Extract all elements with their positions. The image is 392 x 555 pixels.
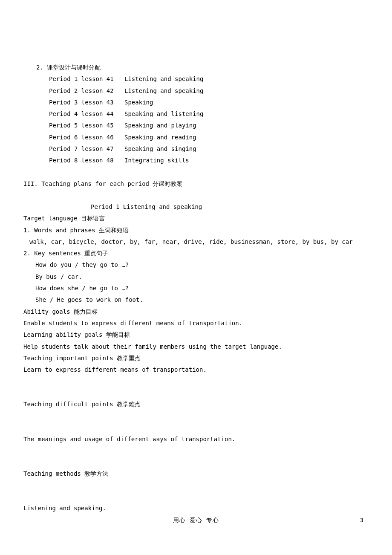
- period1-title: Period 1 Listening and speaking: [91, 201, 369, 213]
- period-desc: Speaking: [124, 99, 153, 106]
- period-label: Period 8 lesson 48: [49, 157, 114, 164]
- period-label: Period 4 lesson 44: [49, 110, 114, 117]
- ability-goals-heading: Ability goals 能力目标: [23, 306, 369, 318]
- period-row: Period 8 lesson 48 Integrating skills: [49, 155, 369, 166]
- period-row: Period 3 lesson 43 Speaking: [49, 97, 369, 108]
- period-desc: Integrating skills: [124, 157, 189, 164]
- period-list: Period 1 lesson 41 Listening and speakin…: [49, 73, 369, 166]
- period-desc: Listening and speaking: [124, 75, 203, 82]
- key-sentence: By bus / car.: [35, 271, 369, 283]
- period-row: Period 2 lesson 42 Listening and speakin…: [49, 85, 369, 97]
- period-desc: Listening and speaking: [124, 87, 203, 94]
- period-label: Period 7 lesson 47: [49, 145, 114, 152]
- difficult-points-heading: Teaching difficult points 教学难点: [23, 399, 369, 410]
- period-label: Period 1 lesson 41: [49, 75, 114, 82]
- key-sentences-heading: 2. Key sentences 重点句子: [23, 248, 369, 259]
- period-desc: Speaking and reading: [124, 134, 196, 141]
- period-label: Period 2 lesson 42: [49, 87, 114, 94]
- period-row: Period 6 lesson 46 Speaking and reading: [49, 132, 369, 143]
- words-heading: 1. Words and phrases 生词和短语: [23, 225, 369, 236]
- target-language-heading: Target language 目标语言: [23, 213, 369, 224]
- learning-goals-content: Help students talk about their family me…: [23, 341, 369, 353]
- important-points-content: Learn to express different means of tran…: [23, 364, 369, 376]
- footer-motto: 用心 爱心 专心: [0, 515, 392, 526]
- period-desc: Speaking and listening: [124, 110, 203, 117]
- difficult-points-content: The meanings and usage of different ways…: [23, 434, 369, 445]
- important-points-heading: Teaching important points 教学重点: [23, 353, 369, 364]
- ability-goals-content: Enable students to express different mea…: [23, 318, 369, 329]
- period-row: Period 5 lesson 45 Speaking and playing: [49, 120, 369, 131]
- period-row: Period 4 lesson 44 Speaking and listenin…: [49, 108, 369, 120]
- section-design-title: 2. 课堂设计与课时分配: [36, 62, 369, 73]
- page-footer: 用心 爱心 专心 3: [0, 515, 392, 526]
- key-sentence: How does she / he go to …?: [35, 283, 369, 294]
- period-row: Period 7 lesson 47 Speaking and singing: [49, 143, 369, 155]
- section3-heading: III. Teaching plans for each period 分课时教…: [23, 178, 369, 190]
- period-desc: Speaking and singing: [124, 145, 196, 152]
- period-label: Period 5 lesson 45: [49, 122, 114, 129]
- period-desc: Speaking and playing: [124, 122, 196, 129]
- period-label: Period 3 lesson 43: [49, 99, 114, 106]
- page-number: 3: [360, 515, 363, 526]
- key-sentence: She / He goes to work on foot.: [35, 294, 369, 306]
- methods-content: Listening and speaking.: [23, 503, 369, 514]
- words-content: walk, car, bicycle, doctor, by, far, nea…: [29, 236, 369, 248]
- period-label: Period 6 lesson 46: [49, 134, 114, 141]
- period-row: Period 1 lesson 41 Listening and speakin…: [49, 73, 369, 85]
- learning-goals-heading: Learning ability goals 学能目标: [23, 329, 369, 341]
- methods-heading: Teaching methods 教学方法: [23, 468, 369, 480]
- key-sentence: How do you / they go to …?: [35, 259, 369, 271]
